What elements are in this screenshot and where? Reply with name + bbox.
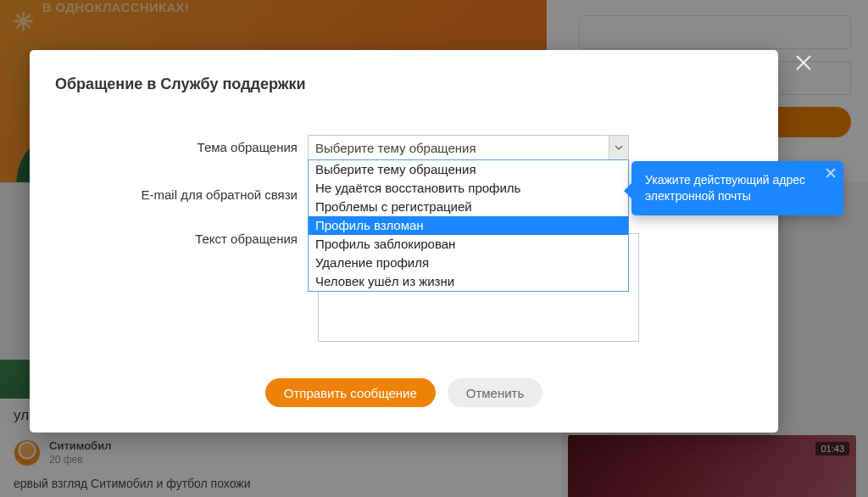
label-topic: Тема обращения (30, 135, 308, 160)
support-modal: Обращение в Службу поддержки Тема обраще… (30, 50, 778, 433)
row-topic: Тема обращения Выберите тему обращения В… (30, 135, 778, 160)
topic-select-value: Выберите тему обращения (315, 141, 476, 155)
topic-option[interactable]: Человек ушёл из жизни (309, 272, 628, 291)
cancel-button[interactable]: Отменить (448, 378, 543, 407)
close-icon[interactable] (793, 53, 814, 73)
label-body: Текст обращения (30, 226, 308, 252)
topic-dropdown[interactable]: Выберите тему обращенияНе удаётся восста… (308, 159, 629, 292)
topic-option[interactable]: Не удаётся восстановить профиль (309, 179, 628, 198)
topic-option[interactable]: Удаление профиля (309, 254, 628, 272)
label-email: E-mail для обратной связи (30, 182, 308, 208)
email-hint-tooltip: Укажите действующий адрес электронной по… (632, 161, 843, 215)
modal-title: Обращение в Службу поддержки (30, 50, 778, 93)
submit-button[interactable]: Отправить сообщение (265, 378, 436, 407)
chevron-down-icon (609, 136, 628, 159)
topic-option[interactable]: Профиль взломан (309, 216, 628, 235)
topic-select[interactable]: Выберите тему обращения (308, 135, 629, 160)
topic-option[interactable]: Проблемы с регистрацией (309, 198, 628, 216)
tooltip-text: Укажите действующий адрес электронной по… (645, 173, 805, 203)
tooltip-close-icon[interactable] (825, 167, 837, 179)
topic-option[interactable]: Профиль заблокирован (309, 235, 628, 254)
topic-option[interactable]: Выберите тему обращения (309, 160, 628, 179)
modal-buttons: Отправить сообщение Отменить (30, 378, 778, 407)
